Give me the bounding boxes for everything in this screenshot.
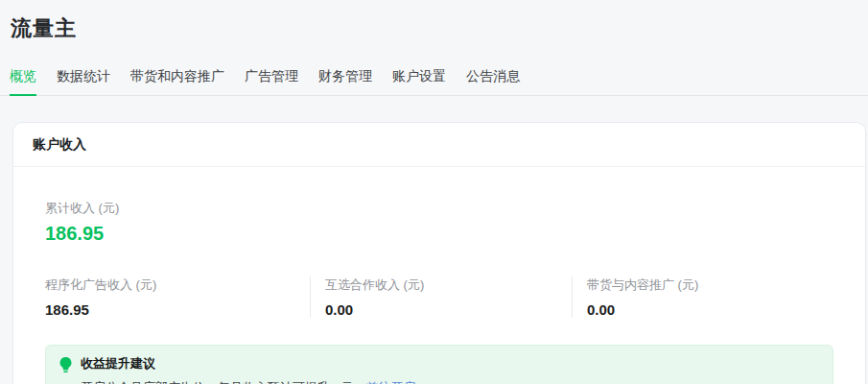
stat-label: 程序化广告收入 (元) xyxy=(45,276,310,294)
tab-announcements[interactable]: 公告消息 xyxy=(466,68,520,95)
tab-finance[interactable]: 财务管理 xyxy=(318,68,372,95)
tip-content: 收益提升建议 开启公众号底部广告位，每月收入预计可提升 - 元。前往开启 xyxy=(81,355,416,384)
tab-goods-content-promo[interactable]: 带货和内容推广 xyxy=(130,68,224,95)
traffic-master-page: 流量主 概览 数据统计 带货和内容推广 广告管理 财务管理 账户设置 公告消息 … xyxy=(0,14,868,384)
income-breakdown-row: 程序化广告收入 (元) 186.95 互选合作收入 (元) 0.00 带货与内容… xyxy=(45,276,833,318)
account-income-card: 账户收入 累计收入 (元) 186.95 程序化广告收入 (元) 186.95 … xyxy=(12,122,866,384)
stat-mutual-select-income: 互选合作收入 (元) 0.00 xyxy=(310,276,572,318)
tip-title: 收益提升建议 xyxy=(81,355,416,372)
go-enable-link[interactable]: 前往开启 xyxy=(366,380,416,384)
stat-label: 带货与内容推广 (元) xyxy=(587,276,833,294)
tab-overview[interactable]: 概览 xyxy=(10,68,36,96)
card-title: 账户收入 xyxy=(13,123,865,167)
revenue-tip-banner: 收益提升建议 开启公众号底部广告位，每月收入预计可提升 - 元。前往开启 xyxy=(45,345,833,384)
tab-data-stats[interactable]: 数据统计 xyxy=(57,68,110,95)
page-title: 流量主 xyxy=(11,14,868,43)
stat-label: 互选合作收入 (元) xyxy=(325,276,572,294)
tab-bar: 概览 数据统计 带货和内容推广 广告管理 财务管理 账户设置 公告消息 xyxy=(0,68,868,96)
tab-account-settings[interactable]: 账户设置 xyxy=(392,68,446,95)
tab-ad-management[interactable]: 广告管理 xyxy=(245,68,298,95)
lightbulb-icon xyxy=(59,355,73,373)
tip-text: 开启公众号底部广告位，每月收入预计可提升 - 元。前往开启 xyxy=(81,379,416,384)
total-income-label: 累计收入 (元) xyxy=(45,200,833,217)
stat-value: 0.00 xyxy=(587,301,833,318)
stat-value: 0.00 xyxy=(325,301,572,318)
total-income-block: 累计收入 (元) 186.95 xyxy=(45,200,833,245)
total-income-value: 186.95 xyxy=(45,223,833,245)
stat-goods-content-promo-income: 带货与内容推广 (元) 0.00 xyxy=(572,276,833,318)
card-body: 累计收入 (元) 186.95 程序化广告收入 (元) 186.95 互选合作收… xyxy=(13,167,865,384)
tip-message: 开启公众号底部广告位，每月收入预计可提升 - 元。 xyxy=(81,380,366,384)
stat-value: 186.95 xyxy=(45,301,310,318)
stat-programmatic-ad-income: 程序化广告收入 (元) 186.95 xyxy=(45,276,310,318)
